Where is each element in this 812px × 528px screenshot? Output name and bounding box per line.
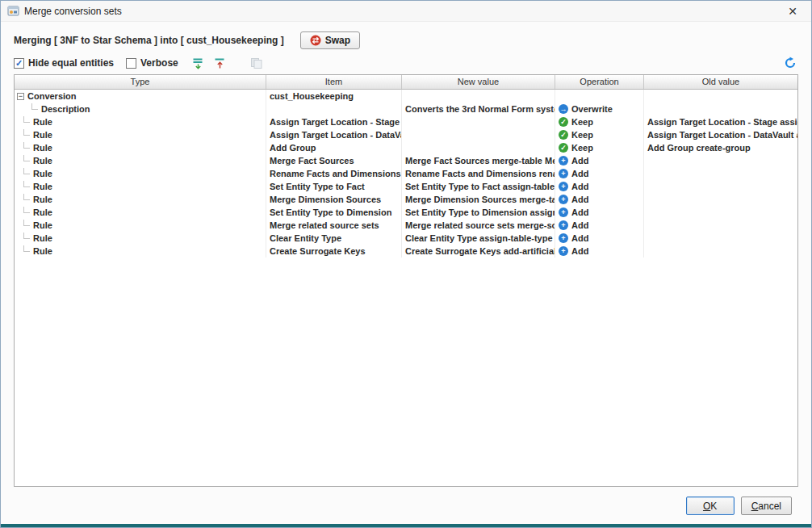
add-operation-icon: +	[559, 169, 568, 178]
frame-bottom-edge	[1, 524, 811, 527]
old-value-cell	[644, 90, 797, 103]
add-operation-icon: +	[559, 156, 568, 166]
table-row[interactable]: RuleSet Entity Type to DimensionSet Enti…	[15, 206, 797, 219]
hide-equal-entities-label[interactable]: Hide equal entities	[28, 57, 114, 69]
operation-cell: ✓Keep	[555, 115, 644, 128]
table-row[interactable]: RuleMerge Dimension SourcesMerge Dimensi…	[15, 193, 797, 206]
column-header-item[interactable]: Item	[266, 75, 402, 89]
item-cell: Merge related source sets	[266, 219, 402, 232]
expand-all-icon[interactable]	[190, 56, 207, 70]
copy-icon[interactable]	[249, 56, 265, 70]
operation-cell: +Add	[555, 232, 644, 245]
operation-cell: +Add	[555, 245, 644, 258]
operation-cell: ✓Keep	[555, 128, 644, 141]
tree-connector	[31, 103, 38, 110]
table-row[interactable]: RuleAdd Group✓KeepAdd Group create-group	[15, 141, 797, 154]
type-label: Conversion	[27, 90, 77, 103]
operation-cell: +Add	[555, 206, 644, 219]
old-value-cell	[644, 219, 797, 232]
type-label: Rule	[33, 128, 52, 141]
ok-button[interactable]: OK	[686, 497, 735, 515]
old-value-cell	[644, 245, 797, 258]
type-label: Rule	[33, 154, 52, 167]
item-cell: Assign Target Location - Stage	[266, 115, 402, 128]
keep-operation-icon: ✓	[559, 143, 568, 153]
tree-connector	[23, 129, 30, 136]
refresh-icon[interactable]	[782, 56, 798, 70]
type-cell: Rule	[15, 232, 266, 245]
new-value-cell: Clear Entity Type assign-table-type R...	[402, 232, 555, 245]
verbose-checkbox-box[interactable]	[126, 58, 136, 69]
cancel-button[interactable]: Cancel	[741, 497, 792, 515]
new-value-cell	[402, 141, 555, 154]
hide-equal-entities-checkbox[interactable]: ✓ Hide equal entities	[14, 57, 114, 69]
add-operation-icon: +	[559, 195, 568, 204]
operation-cell: +Add	[555, 167, 644, 180]
close-icon[interactable]: ✕	[781, 2, 805, 20]
type-label: Rule	[33, 232, 52, 245]
table-header-row: TypeItemNew valueOperationOld value	[15, 75, 797, 90]
new-value-cell	[402, 115, 555, 128]
column-header-type[interactable]: Type	[15, 75, 266, 89]
tree-connector	[23, 168, 30, 174]
column-header-old-value[interactable]: Old value	[644, 75, 797, 89]
table-body: −Conversioncust_HousekeepingDescriptionC…	[15, 90, 797, 258]
operation-cell: +Add	[555, 193, 644, 206]
tree-connector	[23, 233, 30, 239]
old-value-cell	[644, 154, 797, 167]
type-cell: Rule	[15, 193, 266, 206]
tree-collapse-toggle[interactable]: −	[17, 93, 24, 100]
operation-label: Keep	[571, 128, 593, 141]
swap-button-label: Swap	[325, 35, 350, 46]
type-label: Rule	[33, 193, 52, 206]
table-row[interactable]: RuleAssign Target Location - DataVa...✓K…	[15, 128, 797, 141]
table-row[interactable]: RuleMerge related source setsMerge relat…	[15, 219, 797, 232]
old-value-cell	[644, 180, 797, 193]
type-label: Rule	[33, 245, 52, 258]
item-cell: Create Surrogate Keys	[266, 245, 402, 258]
new-value-cell: Merge Fact Sources merge-table Me...	[402, 154, 555, 167]
old-value-cell: Assign Target Location - Stage assig...	[644, 115, 797, 128]
app-icon	[7, 5, 19, 17]
table-row[interactable]: RuleClear Entity TypeClear Entity Type a…	[15, 232, 797, 245]
merge-table: TypeItemNew valueOperationOld value −Con…	[14, 74, 798, 487]
operation-cell	[555, 90, 644, 103]
verbose-checkbox[interactable]: Verbose	[126, 57, 178, 69]
operation-label: Overwrite	[571, 103, 613, 115]
column-header-new-value[interactable]: New value	[402, 75, 555, 89]
item-cell: Merge Dimension Sources	[266, 193, 402, 206]
old-value-cell: Add Group create-group	[644, 141, 797, 154]
tree-connector	[23, 142, 30, 149]
table-row[interactable]: RuleSet Entity Type to FactSet Entity Ty…	[15, 180, 797, 193]
merging-text: Merging [ 3NF to Star Schema ] into [ cu…	[14, 35, 284, 46]
add-operation-icon: +	[559, 246, 568, 256]
type-cell: Rule	[15, 245, 266, 258]
table-row[interactable]: RuleMerge Fact SourcesMerge Fact Sources…	[15, 154, 797, 167]
tree-connector	[23, 116, 30, 123]
table-row[interactable]: DescriptionConverts the 3rd Normal Form …	[15, 103, 797, 115]
item-cell: Clear Entity Type	[266, 232, 402, 245]
new-value-cell: Set Entity Type to Dimension assign-t...	[402, 206, 555, 219]
operation-label: Add	[571, 219, 588, 232]
collapse-all-icon[interactable]	[212, 56, 228, 70]
operation-label: Add	[571, 167, 588, 180]
operation-label: Add	[571, 193, 588, 206]
table-row[interactable]: RuleCreate Surrogate KeysCreate Surrogat…	[15, 245, 797, 258]
new-value-cell	[402, 128, 555, 141]
column-header-operation[interactable]: Operation	[555, 75, 644, 89]
table-row[interactable]: RuleAssign Target Location - Stage✓KeepA…	[15, 115, 797, 128]
swap-button[interactable]: Swap	[300, 31, 360, 49]
item-cell: Assign Target Location - DataVa...	[266, 128, 402, 141]
new-value-cell: Converts the 3rd Normal Form syste...	[402, 103, 555, 115]
type-cell: Description	[15, 103, 266, 115]
swap-icon	[310, 35, 321, 46]
tree-connector	[23, 245, 30, 252]
table-row[interactable]: −Conversioncust_Housekeeping	[15, 90, 797, 103]
table-row[interactable]: RuleRename Facts and DimensionsRename Fa…	[15, 167, 797, 180]
hide-equal-entities-checkbox-box[interactable]: ✓	[14, 58, 24, 69]
item-cell: cust_Housekeeping	[266, 90, 402, 103]
merge-conversion-sets-dialog: Merge conversion sets ✕ Merging [ 3NF to…	[0, 0, 812, 528]
item-cell: Set Entity Type to Fact	[266, 180, 402, 193]
verbose-label[interactable]: Verbose	[140, 57, 178, 69]
type-label: Rule	[33, 180, 52, 193]
